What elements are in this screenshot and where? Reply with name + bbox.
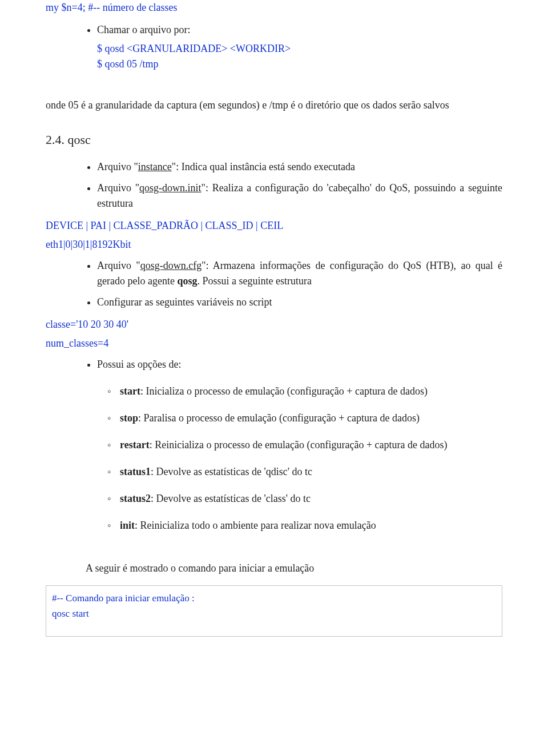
text: Arquivo " — [97, 182, 139, 194]
text: Arquivo " — [97, 260, 140, 271]
sub-bullet-block: start: Inicializa o processo de emulação… — [46, 384, 502, 533]
bullet-block-3: Arquivo "qosg-down.cfg": Armazena inform… — [46, 258, 502, 310]
option-desc: : Devolve as estatísticas de 'qdisc' do … — [151, 466, 312, 477]
section-heading: 2.4. qosc — [46, 130, 502, 149]
list-item: status1: Devolve as estatísticas de 'qdi… — [120, 464, 502, 480]
option-name: stop — [120, 412, 138, 424]
code-line: classe='10 20 30 40' — [46, 317, 502, 332]
page: my $n=4; #-- número de classes Chamar o … — [0, 0, 548, 660]
code-line: DEVICE | PAI | CLASSE_PADRÃO | CLASS_ID … — [46, 218, 502, 234]
list-item: stop: Paralisa o processo de emulação (c… — [120, 411, 502, 426]
option-desc: : Reinicializa o processo de emulação (c… — [150, 439, 448, 451]
option-desc: : Reinicializa todo o ambiente para real… — [135, 520, 376, 531]
text: ": Indica qual instância está sendo exec… — [172, 161, 355, 172]
list-item: start: Inicializa o processo de emulação… — [120, 384, 502, 399]
list-item: Arquivo "qosg-down.init": Realiza a conf… — [97, 180, 502, 211]
bullet-block-1: Chamar o arquivo por: $ qosd <GRANULARID… — [46, 22, 502, 72]
code-line: $ qosd 05 /tmp — [97, 57, 502, 72]
underlined-term: qosg-down.init — [139, 182, 202, 194]
list-item: Chamar o arquivo por: $ qosd <GRANULARID… — [97, 22, 502, 72]
list-item: restart: Reinicializa o processo de emul… — [120, 437, 502, 453]
footer-command-box: #-- Comando para iniciar emulação : qosc… — [46, 585, 502, 637]
text: . Possui a seguinte estrutura — [197, 275, 311, 287]
text: Chamar o arquivo por: — [97, 24, 190, 35]
option-desc: : Devolve as estatísticas de 'class' do … — [151, 493, 311, 504]
list-item: init: Reinicializa todo o ambiente para … — [120, 518, 502, 533]
option-desc: : Paralisa o processo de emulação (confi… — [138, 412, 420, 424]
option-desc: : Inicializa o processo de emulação (con… — [140, 385, 428, 397]
list-item: status2: Devolve as estatísticas de 'cla… — [120, 491, 502, 506]
option-name: status1 — [120, 466, 151, 477]
bold-term: qosg — [177, 275, 197, 287]
list-item: Arquivo "qosg-down.cfg": Armazena inform… — [97, 258, 502, 289]
list-item: Arquivo "instance": Indica qual instânci… — [97, 159, 502, 175]
option-name: restart — [120, 439, 150, 451]
closing-paragraph: A seguir é mostrado o comando para inici… — [46, 561, 502, 576]
text: onde 05 é a granularidade da captura (em… — [46, 98, 502, 113]
code-line: qosc start — [52, 606, 496, 621]
code-line: num_classes=4 — [46, 336, 502, 351]
list-item: Possui as opções de: — [97, 357, 502, 372]
option-name: status2 — [120, 493, 151, 504]
list-item: Configurar as seguintes variáveis no scr… — [97, 295, 502, 310]
option-name: init — [120, 520, 135, 531]
option-name: start — [120, 385, 140, 397]
underlined-term: qosg-down.cfg — [140, 260, 202, 271]
code-line: $ qosd <GRANULARIDADE> <WORKDIR> — [97, 41, 502, 57]
text: Arquivo " — [97, 161, 138, 172]
code-line: eth1|0|30|1|8192Kbit — [46, 237, 502, 252]
bullet-block-4: Possui as opções de: — [46, 357, 502, 372]
bullet-block-2: Arquivo "instance": Indica qual instânci… — [46, 159, 502, 211]
text: Configurar as seguintes variáveis no scr… — [97, 296, 272, 308]
code-top: my $n=4; #-- número de classes — [46, 0, 502, 15]
text: Possui as opções de: — [97, 359, 182, 370]
code-line: #-- Comando para iniciar emulação : — [52, 590, 496, 606]
underlined-term: instance — [138, 161, 172, 172]
paragraph-wrap: onde 05 é a granularidade da captura (em… — [46, 82, 502, 113]
